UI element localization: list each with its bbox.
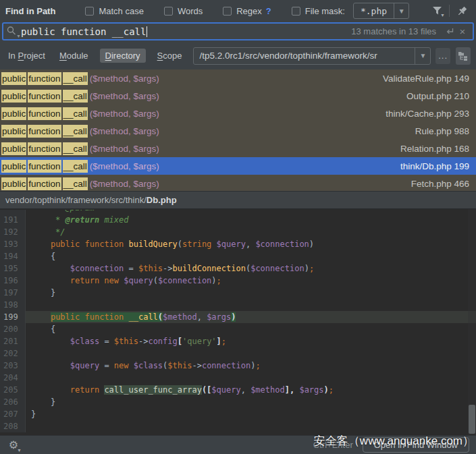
line-number: 205 [0, 384, 26, 396]
checkbox-box[interactable] [164, 7, 173, 16]
words-checkbox[interactable]: Words [164, 6, 203, 16]
code-line: 204 [0, 372, 476, 384]
match-highlight-chip: function [28, 160, 61, 173]
close-icon[interactable]: × [456, 26, 469, 37]
scope-tab-in-project[interactable]: In Project [5, 49, 48, 63]
words-label: Words [178, 6, 203, 16]
line-number: 206 [0, 396, 26, 408]
code-text: } [26, 396, 55, 408]
search-query-text: public function __call [21, 26, 146, 37]
result-row[interactable]: publicfunction__call($method, $args)Rela… [0, 140, 476, 157]
match-case-checkbox[interactable]: Match case [85, 6, 143, 16]
result-row[interactable]: publicfunction__call($method, $args)Vali… [0, 69, 476, 87]
code-preview-editor[interactable]: * @param191 * @return mixed192 */193 pub… [0, 209, 476, 435]
preview-path-prefix: vendor/topthink/framework/src/think/ [5, 195, 147, 205]
directory-tree-icon [458, 51, 469, 61]
result-row[interactable]: publicfunction__call($method, $args)Fetc… [0, 175, 476, 191]
line-number: 193 [0, 238, 26, 250]
match-highlight-chip: public [1, 142, 26, 155]
match-highlight-chip: function [28, 107, 61, 120]
directory-path-combo[interactable]: /tp5.2.0rc1/src/vendor/topthink/framewor… [193, 47, 431, 65]
code-line: 197 } [0, 287, 476, 299]
dialog-footer: ⚙ ▼ Ctrl+Enter Open in Find Window [0, 435, 476, 454]
scope-row: In ProjectModuleDirectoryScope /tp5.2.0r… [0, 42, 476, 69]
scope-tabs: In ProjectModuleDirectoryScope [5, 49, 193, 63]
regex-label: Regex [236, 6, 262, 16]
match-highlight-chip: public [1, 90, 26, 103]
line-number: 200 [0, 323, 26, 335]
checkbox-box[interactable] [85, 7, 94, 16]
match-context-text: ($method, $args) [90, 161, 159, 171]
code-line: 191 * @return mixed [0, 214, 476, 226]
scope-tab-directory[interactable]: Directory [100, 49, 146, 63]
recursive-directory-toggle[interactable] [456, 47, 471, 65]
code-line: 208 [0, 420, 476, 432]
match-highlight-chip: function [28, 72, 61, 85]
pin-icon [456, 5, 468, 17]
settings-button[interactable]: ⚙ ▼ [5, 438, 22, 453]
scrollbar-track[interactable] [468, 209, 476, 435]
find-in-path-dialog: Find in Path Match case Words Regex ? Fi… [0, 0, 476, 454]
browse-directory-button[interactable]: ... [435, 48, 450, 64]
dialog-toolbar: Find in Path Match case Words Regex ? Fi… [0, 0, 476, 22]
match-highlight-chip: __call [63, 160, 88, 173]
regex-checkbox[interactable]: Regex ? [223, 6, 271, 16]
code-text: public function buildQuery(string $query… [26, 238, 314, 250]
line-number: 192 [0, 226, 26, 238]
result-file-label: think/Cache.php 293 [386, 109, 469, 119]
scrollbar-thumb[interactable] [469, 405, 475, 434]
match-context-text: ($method, $args) [90, 91, 159, 101]
code-text: } [26, 408, 36, 420]
result-row[interactable]: publicfunction__call($method, $args)thin… [0, 157, 476, 175]
result-file-label: ValidateRule.php 149 [383, 74, 469, 84]
code-text [26, 347, 31, 360]
result-row[interactable]: publicfunction__call($method, $args)thin… [0, 105, 476, 122]
filter-button[interactable]: ▼ [428, 3, 446, 19]
chevron-down-icon: ▼ [440, 13, 445, 18]
results-list[interactable]: publicfunction__call($method, $args)Vali… [0, 69, 476, 191]
code-text: * @return mixed [26, 214, 129, 226]
code-text [26, 372, 31, 384]
code-line: 198 [0, 299, 476, 311]
separator [449, 5, 450, 17]
directory-path-value: /tp5.2.0rc1/src/vendor/topthink/framewor… [194, 51, 415, 61]
match-highlight-chip: function [28, 90, 61, 103]
newline-button[interactable] [443, 26, 456, 37]
checkbox-box[interactable] [292, 7, 300, 16]
match-highlight-chip: __call [63, 72, 88, 85]
match-case-label: Match case [99, 6, 143, 16]
line-number: 203 [0, 360, 26, 372]
match-highlight-chip: __call [63, 142, 88, 155]
scope-tab-module[interactable]: Module [57, 49, 91, 63]
chevron-down-icon[interactable]: ▼ [415, 48, 430, 64]
code-text [26, 299, 31, 311]
preview-file-path: vendor/topthink/framework/src/think/Db.p… [0, 191, 476, 209]
match-context-text: ($method, $args) [90, 179, 159, 189]
file-mask-combo[interactable]: *.php ▼ [353, 3, 409, 19]
match-context-text: ($method, $args) [90, 109, 159, 119]
search-input[interactable]: ▼ public function __call 13 matches in 1… [2, 22, 474, 40]
match-highlight-chip: __call [63, 125, 88, 138]
match-highlight-chip: __call [63, 177, 88, 190]
pin-button[interactable] [453, 3, 471, 19]
open-in-find-window-button[interactable]: Open in Find Window [363, 437, 469, 453]
match-context-text: ($method, $args) [90, 126, 159, 136]
search-history-button[interactable]: ▼ [6, 26, 21, 38]
scope-tab-scope[interactable]: Scope [155, 49, 185, 63]
search-row: ▼ public function __call 13 matches in 1… [0, 22, 476, 42]
code-line: 195 $connection = $this->buildConnection… [0, 262, 476, 275]
code-line: 196 return new $query($connection); [0, 275, 476, 287]
regex-help-icon[interactable]: ? [266, 6, 271, 16]
file-mask-checkbox[interactable]: File mask: [292, 6, 345, 16]
checkbox-box[interactable] [223, 7, 232, 16]
result-row[interactable]: publicfunction__call($method, $args)Rule… [0, 122, 476, 140]
chevron-down-icon[interactable]: ▼ [394, 3, 408, 18]
code-line: 207} [0, 408, 476, 420]
code-line: 201 $class = $this->config['query']; [0, 335, 476, 347]
result-row[interactable]: publicfunction__call($method, $args)Outp… [0, 87, 476, 105]
text-cursor [147, 26, 147, 37]
line-number: 199 [0, 311, 26, 323]
code-line: 206 } [0, 396, 476, 408]
line-number: 202 [0, 347, 26, 360]
result-file-label: Rule.php 988 [415, 126, 469, 136]
